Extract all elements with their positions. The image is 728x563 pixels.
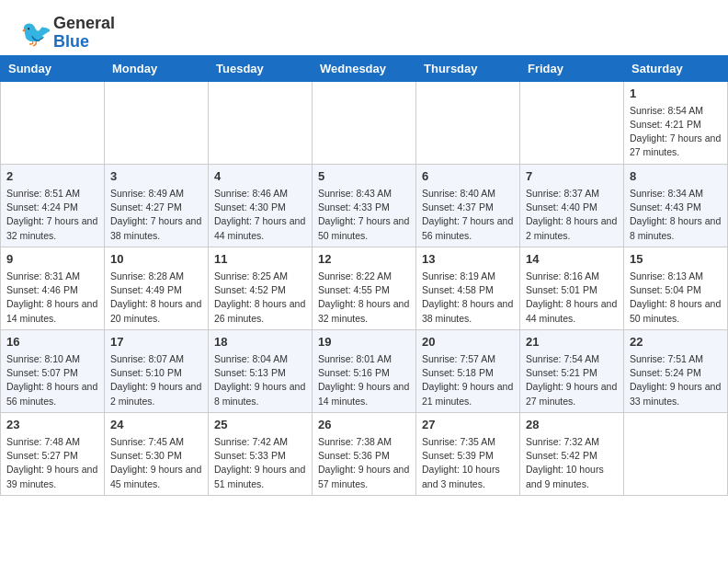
day-number: 23	[6, 417, 98, 433]
calendar-cell: 14Sunrise: 8:16 AM Sunset: 5:01 PM Dayli…	[520, 247, 624, 329]
weekday-header-saturday: Saturday	[624, 55, 728, 81]
day-info: Sunrise: 7:42 AM Sunset: 5:33 PM Dayligh…	[214, 435, 306, 491]
day-number: 10	[110, 251, 202, 268]
calendar-cell: 12Sunrise: 8:22 AM Sunset: 4:55 PM Dayli…	[313, 247, 416, 329]
calendar-cell: 27Sunrise: 7:35 AM Sunset: 5:39 PM Dayli…	[416, 412, 520, 495]
calendar-cell: 7Sunrise: 8:37 AM Sunset: 4:40 PM Daylig…	[520, 164, 624, 247]
calendar-cell	[416, 81, 520, 164]
day-number: 3	[110, 168, 202, 185]
day-number: 13	[422, 251, 514, 268]
calendar-cell: 1Sunrise: 8:54 AM Sunset: 4:21 PM Daylig…	[624, 81, 728, 164]
calendar-cell: 19Sunrise: 8:01 AM Sunset: 5:16 PM Dayli…	[313, 329, 416, 412]
calendar-cell: 5Sunrise: 8:43 AM Sunset: 4:33 PM Daylig…	[313, 164, 416, 247]
calendar-cell: 23Sunrise: 7:48 AM Sunset: 5:27 PM Dayli…	[1, 412, 105, 495]
logo-text: General Blue	[53, 15, 115, 52]
weekday-header-wednesday: Wednesday	[313, 55, 416, 81]
calendar-table: SundayMondayTuesdayWednesdayThursdayFrid…	[0, 55, 728, 496]
day-number: 9	[6, 251, 98, 268]
day-info: Sunrise: 7:54 AM Sunset: 5:21 PM Dayligh…	[526, 352, 618, 408]
calendar-cell: 13Sunrise: 8:19 AM Sunset: 4:58 PM Dayli…	[416, 247, 520, 329]
day-info: Sunrise: 8:49 AM Sunset: 4:27 PM Dayligh…	[110, 187, 202, 243]
svg-text:🐦: 🐦	[20, 18, 51, 49]
day-number: 25	[214, 417, 306, 433]
day-info: Sunrise: 8:34 AM Sunset: 4:43 PM Dayligh…	[630, 187, 722, 243]
day-number: 15	[630, 251, 722, 268]
day-info: Sunrise: 8:16 AM Sunset: 5:01 PM Dayligh…	[526, 270, 618, 326]
day-number: 27	[422, 417, 514, 433]
day-info: Sunrise: 7:48 AM Sunset: 5:27 PM Dayligh…	[6, 435, 98, 491]
calendar-cell	[209, 81, 313, 164]
weekday-header-sunday: Sunday	[1, 55, 105, 81]
logo: 🐦 General Blue	[18, 15, 115, 52]
day-number: 28	[526, 417, 618, 433]
day-number: 12	[318, 251, 410, 268]
day-number: 18	[214, 334, 306, 350]
day-number: 7	[526, 168, 618, 185]
day-info: Sunrise: 8:07 AM Sunset: 5:10 PM Dayligh…	[110, 352, 202, 408]
day-number: 17	[110, 334, 202, 350]
calendar-cell: 22Sunrise: 7:51 AM Sunset: 5:24 PM Dayli…	[624, 329, 728, 412]
calendar-cell: 8Sunrise: 8:34 AM Sunset: 4:43 PM Daylig…	[624, 164, 728, 247]
day-info: Sunrise: 8:54 AM Sunset: 4:21 PM Dayligh…	[630, 104, 722, 160]
day-number: 5	[318, 168, 410, 185]
day-number: 26	[318, 417, 410, 433]
calendar-cell: 2Sunrise: 8:51 AM Sunset: 4:24 PM Daylig…	[1, 164, 105, 247]
day-info: Sunrise: 7:38 AM Sunset: 5:36 PM Dayligh…	[318, 435, 410, 491]
day-number: 21	[526, 334, 618, 350]
day-info: Sunrise: 7:45 AM Sunset: 5:30 PM Dayligh…	[110, 435, 202, 491]
day-info: Sunrise: 8:31 AM Sunset: 4:46 PM Dayligh…	[6, 270, 98, 326]
day-info: Sunrise: 8:37 AM Sunset: 4:40 PM Dayligh…	[526, 187, 618, 243]
day-number: 2	[6, 168, 98, 185]
day-info: Sunrise: 8:04 AM Sunset: 5:13 PM Dayligh…	[214, 352, 306, 408]
weekday-header-thursday: Thursday	[416, 55, 520, 81]
weekday-header-tuesday: Tuesday	[209, 55, 313, 81]
day-info: Sunrise: 7:57 AM Sunset: 5:18 PM Dayligh…	[422, 352, 514, 408]
day-info: Sunrise: 7:32 AM Sunset: 5:42 PM Dayligh…	[526, 435, 618, 491]
calendar-cell	[1, 81, 105, 164]
calendar-cell: 15Sunrise: 8:13 AM Sunset: 5:04 PM Dayli…	[624, 247, 728, 329]
day-info: Sunrise: 8:46 AM Sunset: 4:30 PM Dayligh…	[214, 187, 306, 243]
logo-icon: 🐦	[18, 17, 51, 50]
calendar-cell: 9Sunrise: 8:31 AM Sunset: 4:46 PM Daylig…	[1, 247, 105, 329]
day-info: Sunrise: 7:51 AM Sunset: 5:24 PM Dayligh…	[630, 352, 722, 408]
calendar-cell	[624, 412, 728, 495]
day-number: 19	[318, 334, 410, 350]
calendar-cell: 21Sunrise: 7:54 AM Sunset: 5:21 PM Dayli…	[520, 329, 624, 412]
day-info: Sunrise: 8:28 AM Sunset: 4:49 PM Dayligh…	[110, 270, 202, 326]
calendar-cell	[520, 81, 624, 164]
day-number: 24	[110, 417, 202, 433]
calendar-cell: 20Sunrise: 7:57 AM Sunset: 5:18 PM Dayli…	[416, 329, 520, 412]
weekday-header-friday: Friday	[520, 55, 624, 81]
calendar-cell: 25Sunrise: 7:42 AM Sunset: 5:33 PM Dayli…	[209, 412, 313, 495]
calendar-cell: 28Sunrise: 7:32 AM Sunset: 5:42 PM Dayli…	[520, 412, 624, 495]
calendar-cell	[105, 81, 209, 164]
day-info: Sunrise: 7:35 AM Sunset: 5:39 PM Dayligh…	[422, 435, 514, 491]
page-header: 🐦 General Blue	[0, 0, 728, 55]
day-number: 22	[630, 334, 722, 350]
day-number: 11	[214, 251, 306, 268]
day-number: 1	[630, 86, 722, 102]
day-info: Sunrise: 8:51 AM Sunset: 4:24 PM Dayligh…	[6, 187, 98, 243]
day-number: 6	[422, 168, 514, 185]
calendar-cell: 17Sunrise: 8:07 AM Sunset: 5:10 PM Dayli…	[105, 329, 209, 412]
day-number: 4	[214, 168, 306, 185]
day-info: Sunrise: 8:40 AM Sunset: 4:37 PM Dayligh…	[422, 187, 514, 243]
calendar-cell: 11Sunrise: 8:25 AM Sunset: 4:52 PM Dayli…	[209, 247, 313, 329]
day-info: Sunrise: 8:22 AM Sunset: 4:55 PM Dayligh…	[318, 270, 410, 326]
day-info: Sunrise: 8:10 AM Sunset: 5:07 PM Dayligh…	[6, 352, 98, 408]
day-number: 14	[526, 251, 618, 268]
calendar-cell: 4Sunrise: 8:46 AM Sunset: 4:30 PM Daylig…	[209, 164, 313, 247]
calendar-cell: 16Sunrise: 8:10 AM Sunset: 5:07 PM Dayli…	[1, 329, 105, 412]
calendar-cell	[313, 81, 416, 164]
calendar-cell: 26Sunrise: 7:38 AM Sunset: 5:36 PM Dayli…	[313, 412, 416, 495]
calendar-cell: 6Sunrise: 8:40 AM Sunset: 4:37 PM Daylig…	[416, 164, 520, 247]
day-info: Sunrise: 8:01 AM Sunset: 5:16 PM Dayligh…	[318, 352, 410, 408]
calendar-cell: 24Sunrise: 7:45 AM Sunset: 5:30 PM Dayli…	[105, 412, 209, 495]
calendar-cell: 18Sunrise: 8:04 AM Sunset: 5:13 PM Dayli…	[209, 329, 313, 412]
day-number: 16	[6, 334, 98, 350]
day-number: 20	[422, 334, 514, 350]
day-info: Sunrise: 8:25 AM Sunset: 4:52 PM Dayligh…	[214, 270, 306, 326]
calendar-cell: 10Sunrise: 8:28 AM Sunset: 4:49 PM Dayli…	[105, 247, 209, 329]
calendar-cell: 3Sunrise: 8:49 AM Sunset: 4:27 PM Daylig…	[105, 164, 209, 247]
day-number: 8	[630, 168, 722, 185]
